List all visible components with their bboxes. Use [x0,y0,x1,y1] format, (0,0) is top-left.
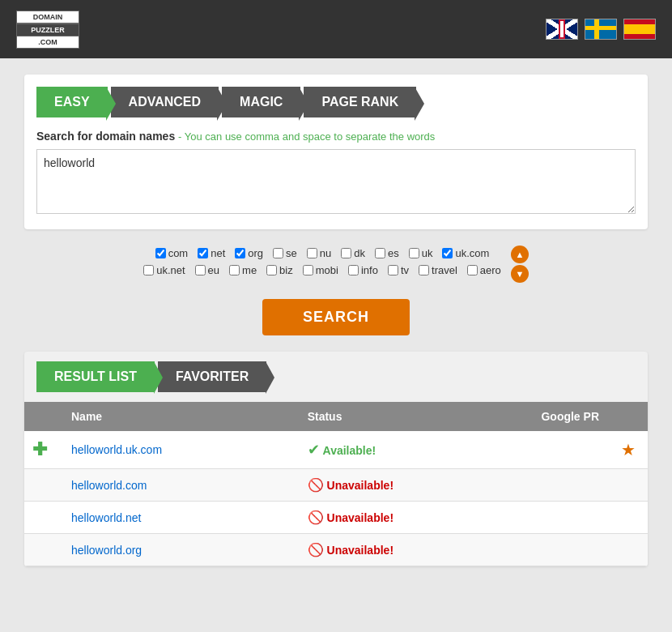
search-label: Search for domain names - You can use co… [36,130,636,143]
checkbox-me[interactable]: me [229,264,257,276]
checkboxes-section: com net org se nu dk [24,246,648,283]
main-content: EASY ADVANCED MAGIC PAGE RANK Search for… [0,58,672,583]
checkbox-ukcom[interactable]: uk.com [442,247,489,259]
language-flags [546,19,656,40]
checkbox-row-1: com net org se nu dk [143,247,501,259]
th-google-pr: Google PR [529,402,648,431]
table-row: helloworld.com🚫 Unavailable! [24,469,648,502]
status-text: Unavailable! [327,544,393,557]
table-row: ✚helloworld.uk.com✔ Available!★ [24,431,648,469]
tab-easy[interactable]: EASY [36,87,108,117]
checkbox-eu[interactable]: eu [195,264,219,276]
th-add [24,402,59,431]
domain-link[interactable]: helloworld.com [71,479,147,492]
th-status: Status [296,402,530,431]
domain-link[interactable]: helloworld.net [71,511,141,524]
checkbox-es[interactable]: es [375,247,399,259]
checkbox-uk[interactable]: uk [409,247,433,259]
pr-cell: ★ [529,431,648,469]
domain-link[interactable]: helloworld.uk.com [71,443,162,456]
add-to-favorites-icon[interactable]: ✚ [32,439,47,459]
table-row: helloworld.org🚫 Unavailable! [24,534,648,566]
checkbox-se[interactable]: se [273,247,297,259]
unavailable-icon: 🚫 [308,478,324,492]
tab-pagerank[interactable]: PAGE RANK [304,87,416,117]
flag-sweden[interactable] [585,19,617,40]
search-input[interactable]: helloworld [36,149,636,214]
results-section: RESULT LIST FAVORITER Name Status Google… [24,352,648,566]
domain-link[interactable]: helloworld.org [71,544,142,557]
header: DOMAIN PUZZLER .COM [0,0,672,58]
tab-favoriter[interactable]: FAVORITER [158,361,266,392]
th-name: Name [59,402,296,431]
status-text: Unavailable! [327,479,393,492]
checkbox-tv[interactable]: tv [388,264,409,276]
flag-spain[interactable] [623,19,656,40]
checkbox-info[interactable]: info [348,264,378,276]
result-tabs: RESULT LIST FAVORITER [24,352,648,392]
checkbox-net[interactable]: net [198,247,225,259]
arrow-down-button[interactable]: ▼ [511,265,529,283]
pr-cell [529,502,648,534]
checkbox-mobi[interactable]: mobi [303,264,338,276]
logo-top-left: DOMAIN [16,11,79,23]
search-button-section: SEARCH [24,299,648,335]
search-section: EASY ADVANCED MAGIC PAGE RANK Search for… [24,75,648,229]
search-button[interactable]: SEARCH [262,299,410,335]
table-header-row: Name Status Google PR [24,402,648,431]
checkbox-aero[interactable]: aero [467,264,501,276]
tab-advanced[interactable]: ADVANCED [111,87,219,117]
status-text: Unavailable! [327,511,393,524]
logo-mid-left: PUZZLER [16,23,79,36]
unavailable-icon: 🚫 [308,510,324,524]
checkbox-row-2: uk.net eu me biz mobi inf [143,264,501,276]
pr-cell [529,534,648,566]
checkbox-uknet[interactable]: uk.net [143,264,185,276]
search-tabs: EASY ADVANCED MAGIC PAGE RANK [36,87,636,117]
results-table: Name Status Google PR ✚helloworld.uk.com… [24,402,648,566]
unavailable-icon: 🚫 [308,543,324,557]
checkbox-nu[interactable]: nu [307,247,331,259]
arrow-up-button[interactable]: ▲ [511,246,529,263]
tab-magic[interactable]: MAGIC [222,87,300,117]
status-text: Available! [323,444,376,457]
table-row: helloworld.net🚫 Unavailable! [24,502,648,534]
available-icon: ✔ [308,442,320,458]
logo-bottom: .COM [16,36,79,49]
checkbox-org[interactable]: org [235,247,263,259]
checkbox-dk[interactable]: dk [341,247,365,259]
checkbox-travel[interactable]: travel [419,264,457,276]
logo: DOMAIN PUZZLER .COM [16,11,79,49]
arrow-controls: ▲ ▼ [511,246,529,283]
pr-cell [529,469,648,502]
checkbox-biz[interactable]: biz [266,264,293,276]
flag-uk[interactable] [546,19,578,40]
tab-result-list[interactable]: RESULT LIST [36,361,155,392]
checkbox-com[interactable]: com [155,247,189,259]
star-icon[interactable]: ★ [621,441,636,459]
